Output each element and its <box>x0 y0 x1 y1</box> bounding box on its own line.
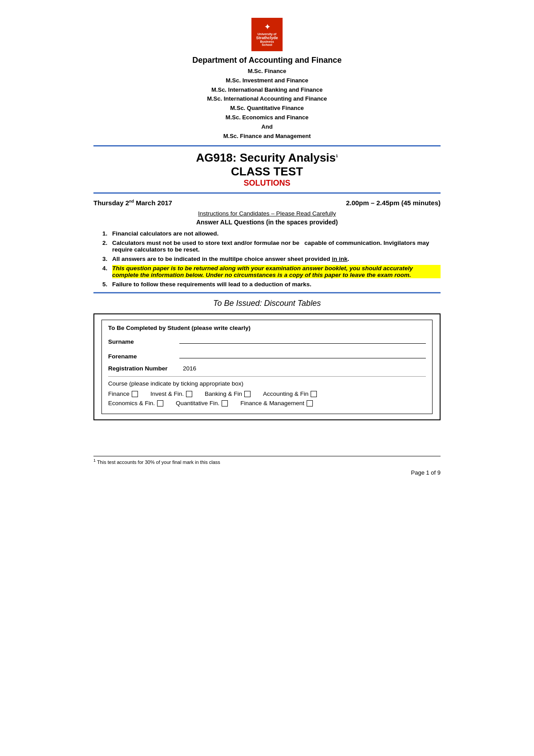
course-label: Course (please indicate by ticking appro… <box>108 380 426 387</box>
invest-fin-label: Invest & Fin. <box>150 390 184 397</box>
checkbox-banking-fin: Banking & Fin <box>205 390 251 397</box>
bottom-divider <box>93 292 441 293</box>
reg-value: 2016 <box>183 365 196 372</box>
page-number: Page 1 of 9 <box>93 469 441 476</box>
class-test-label: CLASS TEST <box>93 165 441 179</box>
solutions-label: SOLUTIONS <box>93 179 441 188</box>
footnote-section: 1 This test accounts for 30% of your fin… <box>93 456 441 465</box>
checkbox-finance-management: Finance & Management <box>240 400 312 406</box>
forename-label: Forename <box>108 353 179 360</box>
student-form-box: To Be Completed by Student (please write… <box>93 313 441 420</box>
logo-icon: ✦ <box>264 23 270 31</box>
logo-line1: University of <box>258 33 276 36</box>
instruction-item-5: Failure to follow these requirements wil… <box>102 281 441 288</box>
courses-row2: Economics & Fin. Quantitative Fin. Finan… <box>108 400 426 406</box>
quant-fin-checkbox[interactable] <box>222 400 228 406</box>
finance-label: Finance <box>108 390 129 397</box>
instruction-text-5: Failure to follow these requirements wil… <box>112 281 312 288</box>
exam-code-text: AG918: Security Analysis <box>196 151 336 164</box>
checkbox-invest-fin: Invest & Fin. <box>150 390 192 397</box>
checkbox-quant-fin: Quantitative Fin. <box>176 400 228 406</box>
surname-label: Surname <box>108 338 179 345</box>
surname-line[interactable] <box>179 336 426 344</box>
finance-checkbox[interactable] <box>132 391 138 397</box>
logo-line2: Strathclyde <box>256 36 278 40</box>
programs-list: M.Sc. FinanceM.Sc. Investment and Financ… <box>93 67 441 141</box>
logo-container: ✦ University of Strathclyde Business Sch… <box>93 18 441 51</box>
middle-divider <box>93 192 441 194</box>
student-form-inner: To Be Completed by Student (please write… <box>101 320 433 414</box>
economics-fin-checkbox[interactable] <box>157 400 163 406</box>
instructions-section: Instructions for Candidates – Please Rea… <box>93 210 441 226</box>
banking-fin-label: Banking & Fin <box>205 390 242 397</box>
instruction-text-2: Calculators must not be used to store te… <box>112 240 441 253</box>
footnote-text: This test accounts for 30% of your final… <box>97 459 220 465</box>
checkbox-economics-fin: Economics & Fin. <box>108 400 163 406</box>
program-line: M.Sc. Finance <box>93 67 441 76</box>
forename-row: Forename <box>108 350 426 360</box>
economics-fin-label: Economics & Fin. <box>108 400 155 406</box>
instruction-item-3: All answers are to be indicated in the m… <box>102 256 441 262</box>
invest-fin-checkbox[interactable] <box>186 391 192 397</box>
footnote-superscript: 1 <box>93 459 96 465</box>
instruction-item-4: This question paper is to be returned al… <box>102 265 441 278</box>
courses-row1: Finance Invest & Fin. Banking & Fin Acco… <box>108 390 426 397</box>
quant-fin-label: Quantitative Fin. <box>176 400 219 406</box>
surname-row: Surname <box>108 336 426 345</box>
reg-row: Registration Number 2016 <box>108 365 426 372</box>
instruction-text-3: All answers are to be indicated in the m… <box>112 256 349 262</box>
exam-superscript: 1 <box>336 154 338 159</box>
banking-fin-checkbox[interactable] <box>244 391 251 397</box>
dept-title: Department of Accounting and Finance <box>93 56 441 65</box>
to-be-issued: To Be Issued: Discount Tables <box>93 299 441 308</box>
instruction-item-1: Financial calculators are not allowed. <box>102 230 441 237</box>
form-divider <box>108 376 426 377</box>
finance-management-checkbox[interactable] <box>307 400 313 406</box>
answer-all: Answer ALL Questions (in the spaces prov… <box>93 219 441 226</box>
exam-time: 2.00pm – 2.45pm (45 minutes) <box>346 199 441 207</box>
program-line: M.Sc. Economics and Finance <box>93 113 441 122</box>
program-line: M.Sc. International Banking and Finance <box>93 85 441 95</box>
instructions-heading: Instructions for Candidates – Please Rea… <box>93 210 441 217</box>
program-line: M.Sc. Finance and Management <box>93 132 441 141</box>
program-line: M.Sc. Investment and Finance <box>93 76 441 85</box>
exam-date: Thursday 2nd March 2017 <box>93 199 172 207</box>
exam-code: AG918: Security Analysis1 <box>93 151 441 165</box>
student-form-title: To Be Completed by Student (please write… <box>108 325 426 331</box>
instruction-text-1: Financial calculators are not allowed. <box>112 230 218 237</box>
program-line: M.Sc. Quantitative Finance <box>93 104 441 113</box>
university-logo: ✦ University of Strathclyde Business Sch… <box>251 18 283 51</box>
reg-label: Registration Number <box>108 365 179 372</box>
exam-title-section: AG918: Security Analysis1 CLASS TEST SOL… <box>93 151 441 188</box>
program-line: M.Sc. International Accounting and Finan… <box>93 94 441 104</box>
top-divider <box>93 145 441 146</box>
checkbox-accounting-fin: Accounting & Fin <box>263 390 317 397</box>
logo-line4: School <box>262 43 272 46</box>
accounting-fin-label: Accounting & Fin <box>263 390 308 397</box>
instructions-list: Financial calculators are not allowed. C… <box>102 230 441 288</box>
program-line: And <box>93 122 441 132</box>
date-time-row: Thursday 2nd March 2017 2.00pm – 2.45pm … <box>93 199 441 207</box>
header-section: ✦ University of Strathclyde Business Sch… <box>93 18 441 141</box>
accounting-fin-checkbox[interactable] <box>311 391 317 397</box>
instruction-text-4: This question paper is to be returned al… <box>112 265 441 278</box>
checkbox-finance: Finance <box>108 390 138 397</box>
logo-line3: Business <box>260 40 274 43</box>
forename-line[interactable] <box>179 350 426 358</box>
instruction-item-2: Calculators must not be used to store te… <box>102 240 441 253</box>
finance-management-label: Finance & Management <box>240 400 304 406</box>
